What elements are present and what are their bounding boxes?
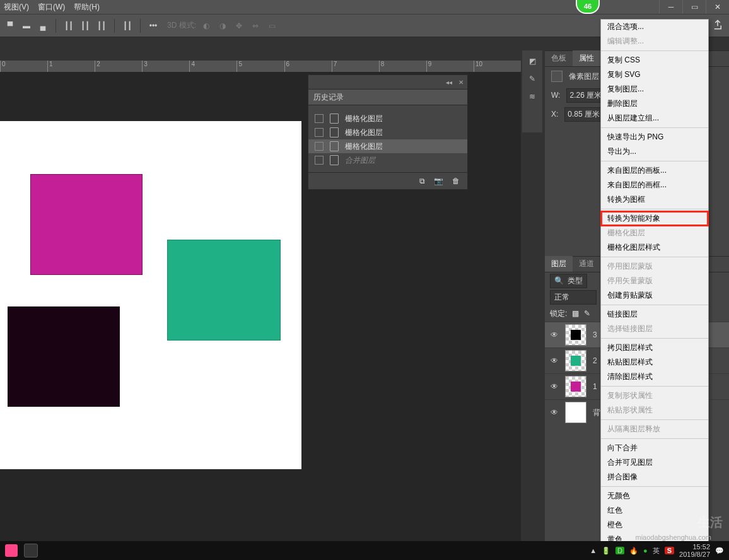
trash-icon[interactable]: 🗑 xyxy=(452,177,460,185)
tab-layers[interactable]: 图层 xyxy=(545,256,573,272)
lock-all-icon[interactable]: ▩ xyxy=(572,309,579,318)
tray-icon[interactable]: S xyxy=(665,547,674,554)
artboard[interactable] xyxy=(0,121,301,469)
ruler-tick: 7 xyxy=(332,61,379,72)
shape-dark[interactable] xyxy=(8,306,120,407)
layer-thumbnail[interactable] xyxy=(565,376,586,397)
3d-orbit-icon[interactable]: ◐ xyxy=(200,20,213,32)
menu-item[interactable]: 合并可见图层 xyxy=(601,455,708,470)
ime-label[interactable]: 英 xyxy=(653,546,660,556)
menu-item[interactable]: 橙色 xyxy=(601,518,708,532)
menu-item[interactable]: 拼合图像 xyxy=(601,470,708,484)
history-panel[interactable]: ◂◂ ✕ 历史记录 栅格化图层 栅格化图层 栅格化图层 合并图层 ⧉ 📷 🗑 xyxy=(308,74,468,190)
tray-icon[interactable]: D xyxy=(615,547,624,554)
menu-item[interactable]: 链接图层 xyxy=(601,307,708,322)
close-panel-icon[interactable]: ✕ xyxy=(458,79,464,86)
shape-magenta[interactable] xyxy=(30,174,143,275)
layer-context-menu[interactable]: 混合选项...编辑调整...复制 CSS复制 SVG复制图层...删除图层从图层… xyxy=(600,19,709,560)
menu-item[interactable]: 快速导出为 PNG xyxy=(601,130,708,144)
tray-icon[interactable]: 🔋 xyxy=(602,547,610,555)
distribute-h2-icon[interactable]: ┃┃ xyxy=(79,20,91,32)
tab-properties[interactable]: 属性 xyxy=(573,50,600,66)
shape-teal[interactable] xyxy=(167,240,281,341)
visibility-toggle-icon[interactable]: 👁 xyxy=(550,330,559,339)
menu-item[interactable]: 粘贴图层样式 xyxy=(601,355,708,370)
menu-item[interactable]: 转换为图框 xyxy=(601,192,708,207)
menu-item[interactable]: 删除图层 xyxy=(601,96,708,111)
tray-icon[interactable]: 🔥 xyxy=(629,547,638,555)
menu-item[interactable]: 来自图层的画框... xyxy=(601,178,708,192)
menu-item[interactable]: 从图层建立组... xyxy=(601,111,708,125)
menu-item[interactable]: 复制图层... xyxy=(601,82,708,96)
layer-name[interactable]: 3 xyxy=(593,330,597,339)
menu-item[interactable]: 栅格化图层样式 xyxy=(601,240,708,255)
layer-name[interactable]: 2 xyxy=(593,356,597,365)
history-row-selected[interactable]: 栅格化图层 xyxy=(308,139,467,153)
clock-date[interactable]: 2019/8/27 xyxy=(679,551,710,558)
menu-item[interactable]: 无颜色 xyxy=(601,489,708,503)
menu-item[interactable]: 红色 xyxy=(601,503,708,518)
layer-name[interactable]: 背 xyxy=(593,407,600,418)
layer-thumbnail[interactable] xyxy=(565,324,586,346)
menu-window[interactable]: 窗口(W) xyxy=(38,2,65,13)
menu-item[interactable]: 复制 SVG xyxy=(601,67,708,82)
3d-roll-icon[interactable]: ◑ xyxy=(216,20,229,32)
menu-item[interactable]: 创建剪贴蒙版 xyxy=(601,288,708,303)
menu-item[interactable]: 向下合并 xyxy=(601,441,708,455)
menu-item: 复制形状属性 xyxy=(601,388,708,403)
notification-icon[interactable]: 💬 xyxy=(715,547,724,555)
menu-item[interactable]: 拷贝图层样式 xyxy=(601,341,708,355)
tray-icon[interactable]: ▲ xyxy=(590,547,597,554)
align-bottom-icon[interactable]: ▄ xyxy=(37,20,49,32)
collapse-icon[interactable]: ◂◂ xyxy=(446,79,452,86)
3d-pan-icon[interactable]: ✥ xyxy=(233,20,245,32)
tab-swatch[interactable]: 色板 xyxy=(545,50,573,66)
distribute-v-icon[interactable]: ┃┃ xyxy=(121,20,134,32)
blend-mode-select[interactable]: 正常 xyxy=(550,290,597,305)
history-row[interactable]: 栅格化图层 xyxy=(308,112,467,125)
layer-thumbnail[interactable] xyxy=(565,402,586,423)
clock-time[interactable]: 15:52 xyxy=(692,543,710,551)
history-row-dim[interactable]: 合并图层 xyxy=(308,153,467,167)
taskbar-app-1[interactable] xyxy=(5,544,18,557)
align-top-icon[interactable]: ▀ xyxy=(4,20,16,32)
brush-icon[interactable]: ✎ xyxy=(529,74,535,83)
ruler-tick: 0 xyxy=(0,61,47,72)
camera-icon[interactable]: 📷 xyxy=(434,177,443,185)
maximize-button[interactable]: ▭ xyxy=(682,0,706,14)
lock-label: 锁定: xyxy=(550,308,567,319)
new-snapshot-icon[interactable]: ⧉ xyxy=(419,177,425,185)
close-button[interactable]: ✕ xyxy=(706,0,729,14)
menu-item[interactable]: 清除图层样式 xyxy=(601,370,708,384)
adjust-icon[interactable]: ≋ xyxy=(529,92,535,101)
history-row[interactable]: 栅格化图层 xyxy=(308,125,467,139)
cube-icon[interactable]: ◩ xyxy=(529,57,536,66)
distribute-h1-icon[interactable]: ┃┃ xyxy=(62,20,75,32)
taskbar-app-2[interactable] xyxy=(24,544,38,557)
menu-item[interactable]: 导出为... xyxy=(601,144,708,159)
3d-slide-icon[interactable]: ⇔ xyxy=(249,20,262,32)
more-icon[interactable]: ••• xyxy=(147,20,160,32)
visibility-toggle-icon[interactable]: 👁 xyxy=(550,356,559,365)
visibility-toggle-icon[interactable]: 👁 xyxy=(550,408,559,417)
menu-help[interactable]: 帮助(H) xyxy=(74,2,100,13)
lock-brush-icon[interactable]: ✎ xyxy=(584,309,590,318)
distribute-h3-icon[interactable]: ┃┃ xyxy=(95,20,108,32)
tray-icon[interactable]: ● xyxy=(643,547,648,554)
layer-type-filter[interactable]: 🔍类型 xyxy=(550,274,587,288)
visibility-toggle-icon[interactable]: 👁 xyxy=(550,382,559,391)
tab-channels[interactable]: 通道 xyxy=(573,256,600,272)
menu-item[interactable]: 复制 CSS xyxy=(601,53,708,67)
history-tab[interactable]: 历史记录 xyxy=(308,89,467,105)
share-icon[interactable] xyxy=(710,18,725,32)
menu-view[interactable]: 视图(V) xyxy=(4,2,29,13)
layer-thumbnail[interactable] xyxy=(565,350,586,371)
layer-name[interactable]: 1 xyxy=(593,382,597,391)
menu-item[interactable]: 混合选项... xyxy=(601,20,708,34)
align-middle-icon[interactable]: ▬ xyxy=(20,20,33,32)
menu-item[interactable]: 来自图层的画板... xyxy=(601,163,708,178)
minimize-button[interactable]: ─ xyxy=(659,0,682,14)
menu-item[interactable]: 转换为智能对象 xyxy=(601,211,708,226)
ruler-tick: 1 xyxy=(47,61,95,72)
3d-zoom-icon[interactable]: ▭ xyxy=(265,20,278,32)
